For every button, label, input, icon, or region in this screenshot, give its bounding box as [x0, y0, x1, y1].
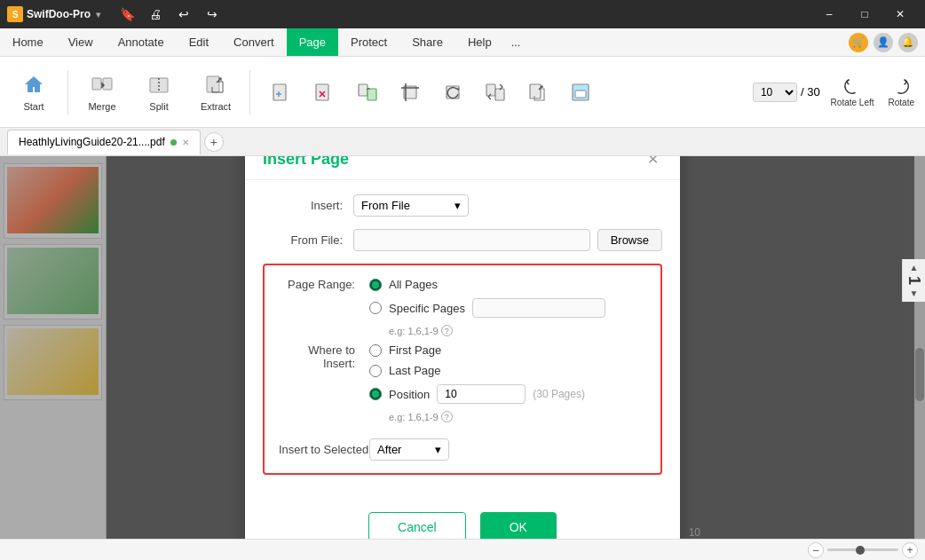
page-icons-group	[257, 78, 749, 106]
insert-to-select[interactable]: After ▾	[369, 438, 449, 461]
specific-pages-label: Specific Pages	[389, 302, 465, 315]
first-page-radio[interactable]	[369, 344, 382, 357]
user-icon[interactable]: 👤	[874, 33, 893, 52]
page-number-select[interactable]: 10	[753, 83, 797, 102]
all-pages-radio[interactable]	[369, 279, 382, 291]
cancel-button[interactable]: Cancel	[368, 512, 466, 539]
extract-button[interactable]: Extract	[189, 62, 242, 122]
specific-pages-radio[interactable]	[369, 302, 382, 314]
last-page-radio[interactable]	[369, 365, 382, 377]
dialog-body: Insert: From File ▾ From File: Browse	[245, 180, 680, 501]
main-area: FOR YOUR HEALTH Lorem ipsum dolor sit am…	[0, 156, 925, 539]
position-option: Position (30 Pages)	[369, 384, 646, 404]
cart-icon[interactable]: 🛒	[849, 33, 868, 52]
move-page-button[interactable]	[478, 78, 513, 106]
rotate-left-button[interactable]: Rotate Left	[827, 73, 878, 111]
menu-share[interactable]: Share	[399, 28, 455, 56]
menu-more[interactable]: ...	[504, 28, 528, 56]
rotate-page-button[interactable]	[435, 78, 470, 106]
page-range-section: Page Range: All Pages Spe	[263, 264, 662, 475]
undo-icon[interactable]: ↩	[171, 2, 196, 27]
crop-page-button[interactable]	[392, 78, 428, 106]
specific-pages-option: Specific Pages	[369, 298, 646, 318]
page-range-label: Page Range:	[279, 278, 359, 291]
menu-protect[interactable]: Protect	[338, 28, 399, 56]
svg-rect-4	[207, 76, 219, 92]
svg-rect-12	[368, 89, 376, 100]
specific-pages-input[interactable]	[472, 298, 605, 318]
menu-page[interactable]: Page	[287, 28, 338, 56]
insert-select[interactable]: From File ▾	[353, 194, 469, 217]
dialog-close-button[interactable]: ✕	[643, 156, 662, 169]
tab-bar: HeathlyLivingGuide20-21....pdf ✕ +	[0, 128, 925, 156]
bookmark-icon[interactable]: 🔖	[115, 2, 139, 27]
redo-icon[interactable]: ↪	[200, 2, 225, 27]
menu-view[interactable]: View	[56, 28, 106, 56]
svg-rect-8	[316, 84, 328, 100]
menu-edit[interactable]: Edit	[177, 28, 221, 56]
browse-button[interactable]: Browse	[597, 229, 662, 251]
restore-button[interactable]: □	[847, 0, 882, 28]
current-page-indicator: 1	[905, 275, 923, 284]
svg-rect-0	[92, 78, 101, 90]
start-button[interactable]: Start	[7, 62, 60, 122]
title-bar: S SwifDoo-Pro ▾ 🔖 🖨 ↩ ↪ – □ ✕	[0, 0, 925, 28]
menu-annotate[interactable]: Annotate	[106, 28, 177, 56]
close-button[interactable]: ✕	[882, 0, 918, 28]
position-radio[interactable]	[369, 388, 382, 400]
extract-page-icon-button[interactable]	[520, 78, 556, 106]
zoom-out-button[interactable]: –	[808, 542, 824, 558]
new-tab-button[interactable]: +	[204, 132, 224, 152]
title-dropdown-icon[interactable]: ▾	[96, 10, 100, 20]
print-icon[interactable]: 🖨	[143, 2, 168, 27]
menu-help[interactable]: Help	[455, 28, 504, 56]
rotate-right-button[interactable]: Rotate	[885, 73, 918, 111]
menu-bar: Home View Annotate Edit Convert Page Pro…	[0, 28, 925, 57]
scroll-up-button[interactable]: ▲	[910, 262, 919, 272]
all-pages-option: All Pages	[369, 278, 646, 291]
pages-count-hint: (30 Pages)	[533, 388, 585, 400]
home-icon	[21, 73, 46, 98]
svg-rect-1	[103, 78, 112, 90]
logo-icon: S	[7, 6, 23, 22]
app-logo: S SwifDoo-Pro ▾	[7, 6, 100, 22]
hint-icon: ?	[441, 325, 453, 336]
zoom-in-button[interactable]: +	[902, 542, 918, 558]
last-page-label: Last Page	[389, 364, 441, 377]
pdf-tab[interactable]: HeathlyLivingGuide20-21....pdf ✕	[7, 130, 201, 154]
extract-icon	[203, 73, 228, 98]
first-page-option: First Page	[369, 343, 646, 357]
ok-button[interactable]: OK	[480, 512, 557, 539]
merge-button[interactable]: Merge	[75, 62, 129, 122]
file-input-group: Browse	[353, 229, 662, 251]
zoom-slider-thumb[interactable]	[856, 546, 865, 555]
scroll-down-button[interactable]: ▼	[910, 288, 919, 298]
menu-convert[interactable]: Convert	[221, 28, 287, 56]
menu-home[interactable]: Home	[0, 28, 56, 56]
tab-filename: HeathlyLivingGuide20-21....pdf	[19, 136, 165, 148]
position-label: Position	[389, 388, 430, 401]
insert-page-button[interactable]	[265, 78, 300, 106]
notification-icon[interactable]: 🔔	[898, 33, 918, 52]
background-button[interactable]	[563, 78, 598, 106]
dialog-footer: Cancel OK	[245, 501, 680, 539]
svg-rect-19	[575, 91, 586, 98]
window-controls: – □ ✕	[811, 0, 918, 28]
file-path-input[interactable]	[353, 229, 590, 251]
app-title: SwifDoo-Pro	[27, 8, 91, 20]
zoom-controls: – +	[808, 542, 918, 558]
insert-to-selected-row: Insert to Selected Page: After ▾	[279, 435, 646, 461]
replace-page-button[interactable]	[350, 78, 385, 106]
all-pages-label: All Pages	[389, 278, 438, 291]
delete-page-button[interactable]	[307, 78, 343, 106]
tab-close-button[interactable]: ✕	[182, 138, 189, 147]
svg-rect-17	[530, 84, 541, 99]
split-button[interactable]: Split	[132, 62, 186, 122]
zoom-slider[interactable]	[827, 548, 898, 551]
svg-rect-5	[273, 84, 286, 100]
merge-icon	[90, 73, 115, 98]
insert-to-selected-label: Insert to Selected Page:	[279, 443, 359, 456]
position-input[interactable]	[437, 384, 526, 404]
insert-label: Insert:	[263, 199, 343, 212]
minimize-button[interactable]: –	[811, 0, 847, 28]
